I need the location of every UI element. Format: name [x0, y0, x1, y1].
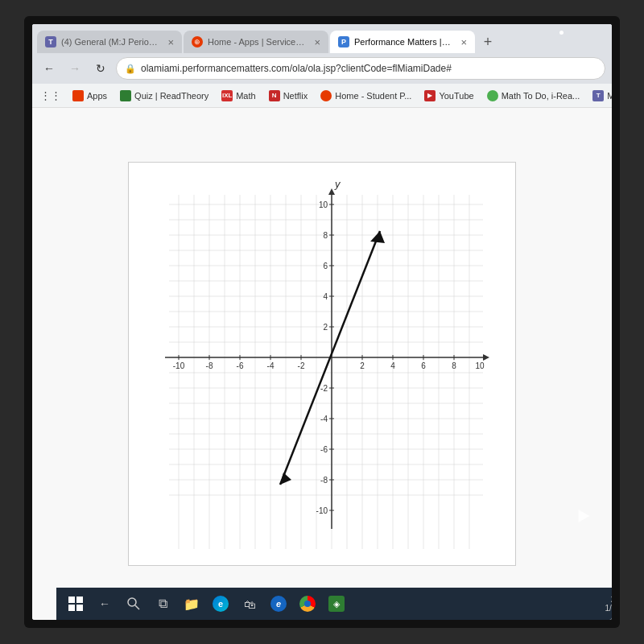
svg-text:-10: -10	[316, 506, 328, 515]
bookmark-netflix-label: Netflix	[283, 91, 308, 101]
task-view-button[interactable]: ⧉	[150, 591, 175, 617]
page-content: x y -10 -8 -6	[32, 108, 612, 620]
browser-chrome: T (4) General (M:J Period 5 Inter × ⊕ Ho…	[32, 24, 612, 108]
taskbar: ← ⧉ 📁 e	[56, 588, 612, 620]
svg-text:-8: -8	[320, 476, 328, 485]
bookmark-math-icon: IXL	[221, 90, 233, 101]
svg-rect-85	[76, 597, 83, 603]
svg-point-88	[128, 598, 136, 606]
bookmark-mathtodo-icon	[487, 90, 498, 101]
svg-text:8: 8	[323, 231, 328, 240]
svg-rect-86	[68, 605, 75, 611]
svg-text:10: 10	[319, 200, 328, 209]
task-view-icon: ⧉	[159, 597, 167, 611]
bookmark-readtheory-label: Quiz | ReadTheory	[134, 91, 208, 101]
tab-3[interactable]: P Performance Matters | OLA ×	[330, 31, 475, 53]
svg-text:-4: -4	[267, 361, 275, 370]
bookmark-home-label: Home - Student P...	[335, 91, 411, 101]
unknown-taskbar-button[interactable]: ◈	[324, 591, 349, 617]
tab-2[interactable]: ⊕ Home - Apps | Services | Sites ×	[184, 31, 328, 53]
svg-text:10: 10	[475, 361, 485, 370]
bookmark-youtube-label: YouTube	[439, 91, 473, 101]
svg-line-89	[135, 605, 139, 609]
edge-taskbar-button[interactable]: e	[208, 591, 233, 617]
address-bar[interactable]: 🔒 olamiami.performancematters.com/ola/ol…	[116, 57, 605, 80]
svg-text:-6: -6	[237, 361, 244, 370]
bookmark-microsoft[interactable]: T Microso	[588, 89, 612, 103]
svg-rect-84	[68, 597, 75, 603]
svg-text:6: 6	[421, 361, 426, 370]
tab-2-icon: ⊕	[192, 36, 203, 47]
tab-1-title: (4) General (M:J Period 5 Inter	[61, 37, 159, 47]
tab-2-close[interactable]: ×	[314, 36, 320, 48]
graph-container: x y -10 -8 -6	[128, 162, 516, 566]
bookmark-microsoft-label: Microso	[607, 91, 612, 101]
navigation-bar: ← → ↻ 🔒 olamiami.performancematters.com/…	[32, 53, 612, 84]
start-button[interactable]	[63, 591, 89, 617]
screen-bezel: T (4) General (M:J Period 5 Inter × ⊕ Ho…	[24, 16, 620, 628]
svg-rect-87	[76, 605, 83, 611]
bookmark-readtheory-icon	[120, 90, 131, 101]
apps-grid-icon: ⋮⋮	[40, 89, 61, 101]
tab-3-icon: P	[338, 36, 349, 47]
tab-1-icon: T	[45, 36, 56, 47]
tab-2-title: Home - Apps | Services | Sites	[208, 37, 306, 47]
reload-button[interactable]: ↻	[90, 58, 111, 79]
new-tab-button[interactable]: +	[477, 31, 499, 53]
svg-text:8: 8	[452, 361, 456, 370]
bookmark-readtheory[interactable]: Quiz | ReadTheory	[115, 89, 213, 103]
tab-1[interactable]: T (4) General (M:J Period 5 Inter ×	[37, 31, 182, 53]
bookmark-math[interactable]: IXL Math	[217, 89, 260, 103]
cursor-dot	[559, 31, 564, 35]
search-icon	[127, 597, 140, 610]
date-display: 1/15/2021	[605, 604, 613, 613]
svg-text:-6: -6	[320, 445, 328, 454]
ie-icon: e	[276, 599, 281, 609]
svg-text:-4: -4	[320, 415, 328, 423]
bookmark-microsoft-icon: T	[592, 90, 604, 101]
tab-3-close[interactable]: ×	[460, 36, 467, 48]
lock-icon: 🔒	[125, 64, 136, 74]
svg-text:-8: -8	[206, 361, 213, 370]
bookmarks-bar: ⋮⋮ Apps Quiz | ReadTheory IXL	[32, 84, 612, 108]
folder-icon: 📁	[184, 597, 200, 612]
coordinate-plane: x y -10 -8 -6	[153, 179, 491, 549]
svg-text:-2: -2	[298, 361, 305, 370]
edge-icon: e	[218, 599, 223, 609]
bookmark-apps[interactable]: Apps	[68, 89, 112, 103]
store-icon: 🛍	[244, 597, 256, 611]
windows-logo-icon	[68, 596, 84, 612]
bookmark-netflix[interactable]: N Netflix	[264, 89, 313, 103]
bookmark-home-icon	[320, 90, 332, 101]
svg-text:2: 2	[323, 323, 328, 332]
svg-text:-2: -2	[320, 384, 328, 393]
back-button[interactable]: ←	[39, 58, 60, 79]
tab-3-title: Performance Matters | OLA	[354, 37, 452, 47]
bookmark-math-todo[interactable]: Math To Do, i-Rea...	[482, 89, 585, 103]
y-axis-label: y	[334, 179, 341, 190]
tab-1-close[interactable]: ×	[167, 36, 174, 48]
bookmark-math-label: Math	[236, 91, 255, 101]
search-taskbar-button[interactable]	[121, 591, 147, 617]
bookmark-apps-icon	[72, 90, 84, 101]
svg-text:4: 4	[390, 361, 395, 370]
svg-text:2: 2	[360, 361, 365, 370]
time-display: 2:45 PM	[605, 595, 613, 604]
svg-text:4: 4	[323, 292, 328, 301]
chrome-taskbar-button[interactable]	[295, 591, 320, 617]
tab-bar: T (4) General (M:J Period 5 Inter × ⊕ Ho…	[32, 24, 612, 53]
bookmark-youtube-icon: ▶	[424, 90, 436, 101]
address-text: olamiami.performancematters.com/ola/ola.…	[141, 63, 452, 74]
file-explorer-button[interactable]: 📁	[179, 591, 204, 617]
chrome-center	[304, 601, 311, 607]
clock: 2:45 PM 1/15/2021	[605, 595, 613, 613]
store-taskbar-button[interactable]: 🛍	[237, 591, 262, 617]
ie-taskbar-button[interactable]: e	[266, 591, 291, 617]
bookmark-home-student[interactable]: Home - Student P...	[316, 89, 416, 103]
bookmark-mathtodo-label: Math To Do, i-Rea...	[502, 91, 580, 101]
forward-button[interactable]: →	[64, 58, 85, 79]
back-taskbar-button[interactable]: ←	[92, 591, 118, 617]
bookmark-youtube[interactable]: ▶ YouTube	[419, 89, 478, 103]
laptop-frame: T (4) General (M:J Period 5 Inter × ⊕ Ho…	[0, 0, 644, 644]
bookmark-apps-label: Apps	[87, 91, 107, 101]
